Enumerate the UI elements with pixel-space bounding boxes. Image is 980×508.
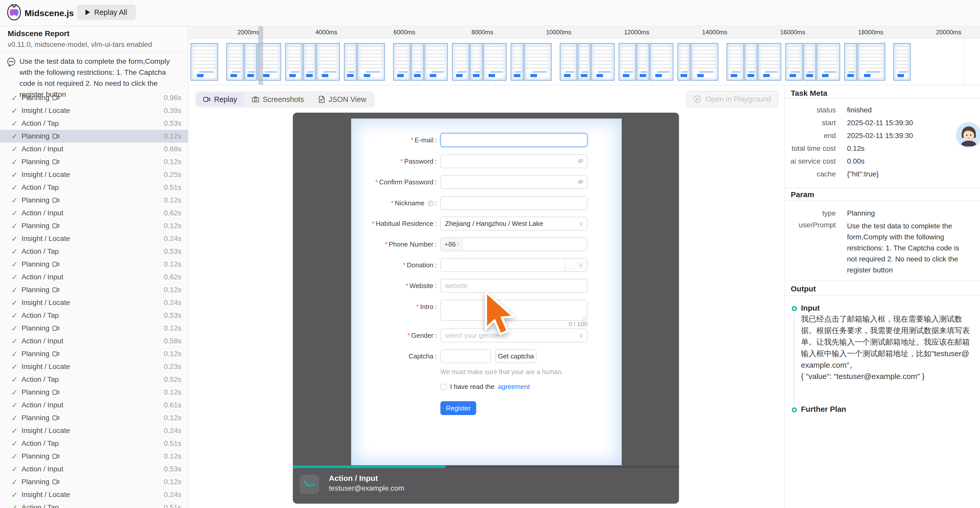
eye-invisible-icon[interactable]: [577, 158, 584, 165]
step-list-item[interactable]: ✓ Action / Input 0.62s: [0, 271, 188, 283]
eye-invisible-icon[interactable]: [577, 179, 584, 185]
report-title: Midscene Report: [8, 29, 70, 38]
step-list-item[interactable]: ✓ Insight / Locate 0.24s: [0, 488, 188, 501]
check-icon: ✓: [11, 93, 21, 102]
timeline-thumbnail[interactable]: [844, 43, 857, 81]
step-list-item[interactable]: ✓ Insight / Locate 0.24s: [0, 232, 188, 245]
nickname-input[interactable]: [441, 196, 587, 210]
timeline-thumbnail[interactable]: [893, 43, 911, 81]
donation-input[interactable]: ∨: [441, 258, 587, 272]
password-input[interactable]: [441, 154, 587, 168]
timeline-thumbnail[interactable]: [303, 43, 316, 81]
timeline-thumbnail[interactable]: [483, 43, 507, 81]
check-icon: ✓: [11, 427, 21, 435]
step-list-item[interactable]: ✓ Planning 0.12s: [0, 322, 188, 335]
open-in-playground-button[interactable]: Open in Playground: [686, 91, 778, 107]
tab-json-view[interactable]: JSON View: [312, 93, 373, 106]
timeline-thumbnail[interactable]: [226, 43, 244, 81]
timeline-thumbnail[interactable]: [727, 43, 744, 81]
timeline-thumbnail[interactable]: [591, 43, 614, 81]
video-camera-icon: [52, 453, 60, 459]
step-list-item[interactable]: ✓ Action / Input 0.61s: [0, 399, 188, 412]
timeline-thumbnail[interactable]: [424, 43, 448, 81]
step-list-item[interactable]: ✓ Planning 0.12s: [0, 386, 188, 399]
timeline-thumbnail[interactable]: [858, 43, 885, 81]
timeline-thumbnail[interactable]: [452, 43, 469, 81]
timeline-thumbnail[interactable]: [470, 43, 483, 81]
step-list-item[interactable]: ✓ Planning 0.12s: [0, 258, 188, 271]
get-captcha-button[interactable]: Get captcha: [495, 349, 536, 363]
video-camera-icon: [52, 287, 60, 293]
timeline-thumbnail[interactable]: [411, 43, 424, 81]
step-list-item[interactable]: ✓ Action / Tap 0.53s: [0, 117, 188, 130]
timeline-thumbnail[interactable]: [758, 43, 781, 81]
timeline-thumbnail[interactable]: [191, 43, 218, 81]
timeline-scrubber[interactable]: [258, 26, 263, 85]
timeline-thumbnail[interactable]: [803, 43, 816, 81]
avatar[interactable]: [956, 122, 980, 147]
replay-all-button[interactable]: Replay All: [77, 5, 136, 20]
phone-prefix-select[interactable]: +86∨: [441, 238, 462, 251]
step-list-item[interactable]: ✓ Planning 0.96s: [0, 91, 188, 104]
step-list-item[interactable]: ✓ Planning 0.12s: [0, 347, 188, 360]
step-list-item[interactable]: ✓ Planning 0.12s: [0, 194, 188, 207]
timeline-thumbnail[interactable]: [785, 43, 803, 81]
step-list-item[interactable]: ✓ Action / Tap 0.51s: [0, 181, 188, 194]
step-list-item[interactable]: ✓ Planning 0.12s: [0, 450, 188, 463]
step-list-item[interactable]: ✓ Insight / Locate 0.23s: [0, 360, 188, 373]
step-list-item[interactable]: ✓ Insight / Locate 0.24s: [0, 424, 188, 437]
residence-select[interactable]: Zhejiang / Hangzhou / West Lake∨: [441, 217, 587, 230]
agreement-link[interactable]: agreement: [498, 383, 530, 391]
phone-input[interactable]: +86∨: [441, 237, 587, 251]
step-list-item[interactable]: ✓ Action / Input 0.53s: [0, 463, 188, 476]
confirm-password-input[interactable]: [441, 175, 587, 189]
timeline-thumbnail[interactable]: [619, 43, 636, 81]
step-list-item[interactable]: ✓ Planning 0.12s: [0, 155, 188, 168]
step-list-item[interactable]: ✓ Action / Tap 0.52s: [0, 373, 188, 386]
timeline-thumbnail[interactable]: [511, 43, 523, 81]
step-list-item[interactable]: ✓ Action / Tap 0.51s: [0, 501, 188, 508]
timeline-thumbnail[interactable]: [285, 43, 302, 81]
timeline-thumbnail[interactable]: [578, 43, 590, 81]
step-list-item[interactable]: ✓ Action / Input 0.62s: [0, 207, 188, 219]
email-input[interactable]: [441, 133, 587, 147]
timeline-thumbnail[interactable]: [393, 43, 410, 81]
captcha-input[interactable]: [441, 349, 491, 363]
donation-unit-select[interactable]: ∨: [565, 259, 587, 272]
mouse-cursor-icon: [484, 291, 517, 338]
timeline-thumbnail[interactable]: [650, 43, 673, 81]
timeline-thumbnail[interactable]: [344, 43, 357, 81]
step-list-item[interactable]: ✓ Action / Input 0.58s: [0, 335, 188, 347]
meta-row: end 2025-02-11 15:39:30: [784, 129, 974, 142]
timeline-thumbnail[interactable]: [745, 43, 757, 81]
timeline-thumbnail[interactable]: [357, 43, 385, 81]
tab-screenshots[interactable]: Screenshots: [245, 93, 310, 106]
tab-replay[interactable]: Replay: [197, 93, 244, 106]
timeline-thumbnail[interactable]: [317, 43, 340, 81]
step-label: Insight / Locate: [21, 363, 70, 371]
timeline-thumbnail[interactable]: [244, 43, 257, 81]
step-list-item[interactable]: ✓ Action / Input 0.68s: [0, 143, 188, 155]
timeline-thumbnail[interactable]: [678, 43, 690, 81]
register-button[interactable]: Register: [441, 401, 476, 415]
timeline-thumbnail[interactable]: [691, 43, 718, 81]
step-list-item[interactable]: ✓ Planning 0.12s: [0, 476, 188, 488]
step-list-item[interactable]: ✓ Action / Tap 0.53s: [0, 309, 188, 322]
step-list-item[interactable]: ✓ Insight / Locate 0.24s: [0, 296, 188, 309]
step-list-item[interactable]: ✓ Insight / Locate 0.39s: [0, 104, 188, 117]
step-list-item[interactable]: ✓ Planning 0.12s: [0, 283, 188, 296]
timeline-thumbnail[interactable]: [636, 43, 649, 81]
check-icon: ✓: [11, 439, 21, 448]
agreement-checkbox[interactable]: [441, 384, 447, 390]
timeline-thumbnail[interactable]: [524, 43, 552, 81]
step-label: Action / Tap: [21, 439, 59, 447]
timeline-thumbnail[interactable]: [560, 43, 577, 81]
step-list-item[interactable]: ✓ Planning 0.12s: [0, 412, 188, 424]
step-list-item[interactable]: ✓ Planning 0.12s: [0, 219, 188, 232]
timeline-thumbnail[interactable]: [816, 43, 840, 81]
replay-progress-bar[interactable]: [293, 465, 679, 468]
step-list-item[interactable]: ✓ Planning 0.12s: [0, 130, 188, 143]
step-list-item[interactable]: ✓ Action / Tap 0.53s: [0, 245, 188, 258]
step-list-item[interactable]: ✓ Action / Tap 0.51s: [0, 437, 188, 450]
step-list-item[interactable]: ✓ Insight / Locate 0.25s: [0, 168, 188, 181]
